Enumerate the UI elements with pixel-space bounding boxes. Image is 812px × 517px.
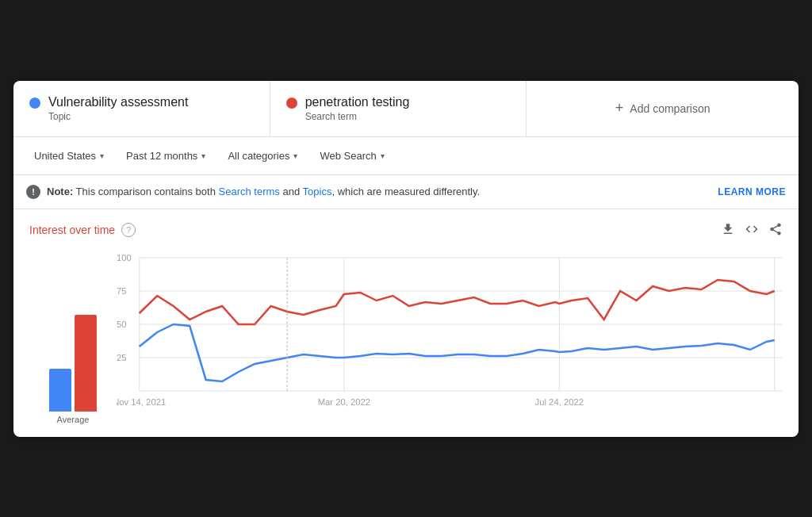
plus-icon: +: [615, 100, 624, 117]
add-comparison-label: Add comparison: [630, 102, 710, 115]
term1-type: Topic: [48, 111, 188, 122]
term2-type: Search term: [305, 111, 410, 122]
line-chart-svg: 100 75 50 25 Nov 14, 2021 M: [117, 247, 783, 421]
bar-chart-visual: [49, 269, 97, 412]
time-filter[interactable]: Past 12 months ▾: [118, 145, 213, 167]
chart-header: Interest over time ?: [29, 222, 783, 239]
svg-text:25: 25: [117, 353, 127, 362]
bar-chart-section: Average: [29, 269, 117, 424]
filters-bar: United States ▾ Past 12 months ▾ All cat…: [13, 137, 799, 175]
main-container: Vulnerability assessment Topic penetrati…: [13, 81, 799, 437]
search-type-label: Web Search: [320, 150, 376, 162]
term2-text-group: penetration testing Search term: [305, 95, 410, 122]
note-left: ! Note: This comparison contains both Se…: [26, 185, 480, 199]
bar-red: [75, 315, 97, 412]
line-chart-section: 100 75 50 25 Nov 14, 2021 M: [117, 247, 783, 424]
chart-area: Average 100 75 50 25: [29, 247, 783, 424]
time-chevron-icon: ▾: [201, 151, 205, 160]
add-comparison-button[interactable]: + Add comparison: [527, 81, 799, 136]
topics-link[interactable]: Topics: [303, 186, 332, 197]
svg-text:75: 75: [117, 286, 127, 296]
chart-section: Interest over time ?: [13, 209, 799, 437]
region-label: United States: [34, 150, 96, 162]
svg-text:Jul 24, 2022: Jul 24, 2022: [535, 397, 584, 407]
embed-button[interactable]: [745, 222, 759, 239]
svg-text:Nov 14, 2021: Nov 14, 2021: [117, 397, 166, 407]
chart-title: Interest over time: [29, 224, 115, 236]
category-label: All categories: [228, 150, 289, 162]
note-prefix: Note:: [47, 186, 73, 197]
note-body: This comparison contains both Search ter…: [76, 186, 480, 197]
share-button[interactable]: [768, 222, 783, 239]
term1-text-group: Vulnerability assessment Topic: [48, 95, 188, 122]
svg-text:100: 100: [117, 253, 132, 262]
term1-dot: [29, 98, 40, 109]
chart-actions: [721, 222, 783, 239]
svg-text:Mar 20, 2022: Mar 20, 2022: [318, 397, 370, 407]
region-filter[interactable]: United States ▾: [26, 145, 112, 167]
bar-blue: [49, 369, 71, 412]
bar-chart-label: Average: [57, 415, 90, 424]
chart-title-group: Interest over time ?: [29, 223, 136, 237]
search-terms-bar: Vulnerability assessment Topic penetrati…: [13, 81, 799, 137]
term2-dot: [286, 98, 297, 109]
search-type-filter[interactable]: Web Search ▾: [312, 145, 392, 167]
note-bar: ! Note: This comparison contains both Se…: [13, 175, 799, 209]
category-filter[interactable]: All categories ▾: [220, 145, 305, 167]
term1-item[interactable]: Vulnerability assessment Topic: [13, 81, 270, 136]
search-terms-link[interactable]: Search terms: [219, 186, 280, 197]
term2-item[interactable]: penetration testing Search term: [270, 81, 527, 136]
note-text: Note: This comparison contains both Sear…: [47, 186, 480, 197]
category-chevron-icon: ▾: [293, 151, 297, 160]
download-button[interactable]: [721, 222, 735, 239]
region-chevron-icon: ▾: [100, 151, 104, 160]
svg-text:50: 50: [117, 320, 127, 329]
search-type-chevron-icon: ▾: [381, 151, 385, 160]
note-alert-icon: !: [26, 185, 40, 199]
chart-help-icon[interactable]: ?: [121, 223, 136, 237]
learn-more-button[interactable]: LEARN MORE: [718, 186, 786, 197]
time-label: Past 12 months: [126, 150, 197, 162]
term2-name: penetration testing: [305, 95, 410, 109]
term1-name: Vulnerability assessment: [48, 95, 188, 109]
